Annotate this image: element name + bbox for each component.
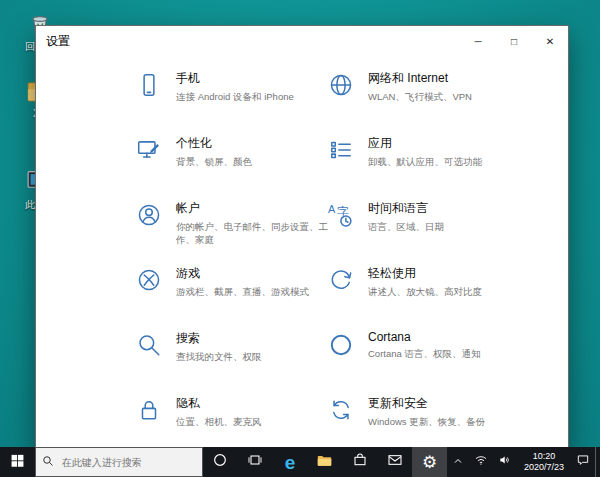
show-desktop-button[interactable] [595, 447, 600, 477]
taskbar: e ⚙ [0, 447, 600, 477]
category-subtitle: WLAN、飞行模式、VPN [368, 90, 526, 103]
close-button[interactable]: ✕ [532, 26, 568, 56]
settings-home-content: 手机 连接 Android 设备和 iPhone 网络和 Internet WL… [36, 56, 568, 447]
start-button[interactable] [0, 447, 35, 477]
settings-category-phone[interactable]: 手机 连接 Android 设备和 iPhone [136, 70, 328, 135]
settings-taskbar-button[interactable]: ⚙ [412, 447, 447, 477]
category-title: 帐户 [176, 200, 334, 217]
minimize-button[interactable]: ─ [460, 26, 496, 56]
time-language-icon: A 字 [328, 202, 354, 232]
svg-text:A: A [328, 203, 336, 215]
xbox-icon [136, 267, 162, 297]
category-subtitle: 连接 Android 设备和 iPhone [176, 90, 334, 103]
category-title: 网络和 Internet [368, 70, 526, 87]
category-subtitle: Cortana 语言、权限、通知 [368, 347, 526, 360]
task-view-icon [247, 452, 263, 472]
category-title: Cortana [368, 330, 526, 344]
category-subtitle: 位置、相机、麦克风 [176, 415, 334, 428]
settings-category-apps[interactable]: 应用 卸载、默认应用、可选功能 [328, 135, 520, 200]
gear-icon: ⚙ [422, 454, 437, 471]
volume-icon [498, 453, 512, 471]
action-center-button[interactable] [571, 447, 595, 477]
category-title: 轻松使用 [368, 265, 526, 282]
maximize-button[interactable]: □ [496, 26, 532, 56]
settings-window: 设置 ─ □ ✕ 手机 连接 Android 设备和 iPhone [35, 25, 569, 448]
phone-icon [136, 72, 162, 102]
tray-overflow-button[interactable] [447, 447, 469, 477]
account-icon [136, 202, 162, 232]
clock-time: 10:20 [533, 451, 556, 462]
search-icon [136, 332, 162, 362]
settings-category-cortana[interactable]: Cortana Cortana 语言、权限、通知 [328, 330, 520, 395]
category-title: 个性化 [176, 135, 334, 152]
settings-category-update-security[interactable]: 更新和安全 Windows 更新、恢复、备份 [328, 395, 520, 447]
search-input[interactable] [60, 456, 194, 469]
cortana-icon [328, 332, 354, 362]
category-title: 搜索 [176, 330, 334, 347]
settings-category-grid: 手机 连接 Android 设备和 iPhone 网络和 Internet WL… [136, 70, 568, 447]
volume-tray-button[interactable] [493, 447, 517, 477]
globe-icon [328, 72, 354, 102]
window-titlebar[interactable]: 设置 ─ □ ✕ [36, 26, 568, 56]
settings-category-ease-of-access[interactable]: 轻松使用 讲述人、放大镜、高对比度 [328, 265, 520, 330]
window-title: 设置 [36, 33, 460, 50]
category-subtitle: Windows 更新、恢复、备份 [368, 415, 526, 428]
settings-category-search[interactable]: 搜索 查找我的文件、权限 [136, 330, 328, 395]
category-title: 隐私 [176, 395, 334, 412]
apps-icon [328, 137, 354, 167]
category-subtitle: 查找我的文件、权限 [176, 350, 334, 363]
ease-of-access-icon [328, 267, 354, 297]
file-explorer-icon [316, 452, 333, 473]
category-subtitle: 卸载、默认应用、可选功能 [368, 155, 526, 168]
windows-logo-icon [10, 453, 25, 472]
category-subtitle: 背景、锁屏、颜色 [176, 155, 334, 168]
settings-category-personalization[interactable]: 个性化 背景、锁屏、颜色 [136, 135, 328, 200]
category-subtitle: 讲述人、放大镜、高对比度 [368, 285, 526, 298]
file-explorer-taskbar-button[interactable] [308, 447, 343, 477]
store-taskbar-button[interactable] [342, 447, 377, 477]
edge-taskbar-button[interactable]: e [273, 447, 308, 477]
cortana-taskbar-button[interactable] [203, 447, 238, 477]
edge-icon: e [285, 453, 296, 472]
store-icon [352, 452, 368, 472]
cortana-icon [212, 452, 228, 472]
category-title: 游戏 [176, 265, 334, 282]
network-tray-button[interactable] [469, 447, 493, 477]
taskbar-clock[interactable]: 10:20 2020/7/23 [517, 447, 571, 477]
personalization-icon [136, 137, 162, 167]
wifi-icon [474, 453, 488, 471]
category-subtitle: 语言、区域、日期 [368, 220, 526, 233]
settings-category-gaming[interactable]: 游戏 游戏栏、截屏、直播、游戏模式 [136, 265, 328, 330]
mail-icon [387, 452, 403, 472]
settings-category-privacy[interactable]: 隐私 位置、相机、麦克风 [136, 395, 328, 447]
privacy-icon [136, 397, 162, 427]
chevron-up-icon [452, 453, 464, 471]
category-subtitle: 游戏栏、截屏、直播、游戏模式 [176, 285, 334, 298]
clock-date: 2020/7/23 [524, 462, 564, 473]
category-subtitle: 你的帐户、电子邮件、同步设置、工作、家庭 [176, 220, 334, 247]
category-title: 更新和安全 [368, 395, 526, 412]
settings-category-accounts[interactable]: 帐户 你的帐户、电子邮件、同步设置、工作、家庭 [136, 200, 328, 265]
action-center-icon [576, 453, 590, 471]
category-title: 手机 [176, 70, 334, 87]
category-title: 时间和语言 [368, 200, 526, 217]
update-security-icon [328, 397, 354, 427]
task-view-button[interactable] [238, 447, 273, 477]
taskbar-search-box[interactable] [35, 447, 203, 477]
system-tray: 10:20 2020/7/23 [447, 447, 600, 477]
settings-category-network[interactable]: 网络和 Internet WLAN、飞行模式、VPN [328, 70, 520, 135]
category-title: 应用 [368, 135, 526, 152]
search-icon [42, 453, 54, 471]
settings-category-time-language[interactable]: A 字 时间和语言 语言、区域、日期 [328, 200, 520, 265]
mail-taskbar-button[interactable] [377, 447, 412, 477]
